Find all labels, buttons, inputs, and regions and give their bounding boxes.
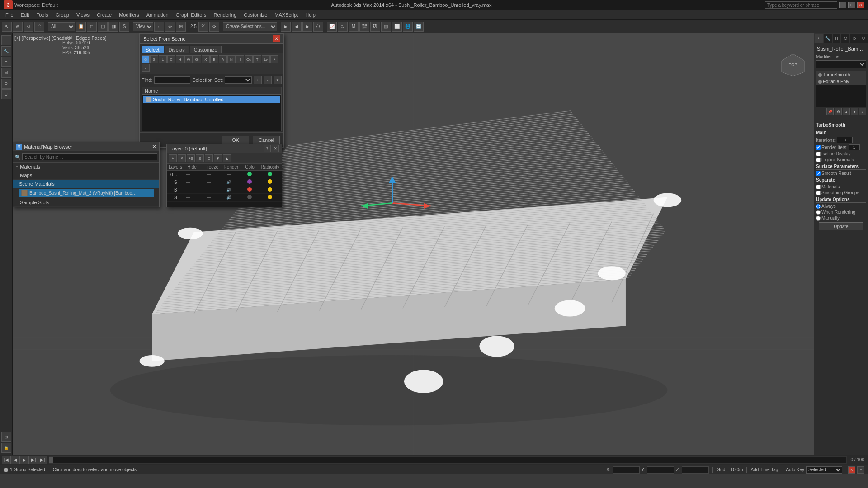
sfs-object-list[interactable]: Sushi_Roller_Bamboo_Unrolled (142, 95, 281, 131)
timeline-start-btn[interactable]: |◀ (2, 456, 11, 464)
sfs-none-btn[interactable]: N (227, 55, 236, 63)
modifier-editable-poly[interactable]: Editable Poly (816, 78, 866, 85)
next-frame-btn[interactable]: ▶ (302, 22, 312, 32)
key-filters-btn[interactable]: F (857, 466, 864, 474)
select-tool-btn[interactable]: ↖ (2, 22, 12, 32)
update-btn[interactable]: Update (819, 222, 864, 230)
sfs-cameras-btn[interactable]: C (167, 55, 175, 63)
hierarchy-panel-btn[interactable]: H (1, 57, 11, 67)
selection-lock-btn[interactable]: 🔒 (1, 443, 11, 453)
lp-layer-hide-1[interactable]: — (178, 180, 198, 184)
view-dropdown[interactable]: View (133, 22, 153, 31)
menu-animation[interactable]: Animation (143, 11, 172, 19)
select-region-btn[interactable]: □ (87, 22, 97, 32)
menu-customize[interactable]: Customize (240, 11, 271, 19)
mb-maps-header[interactable]: + Maps (13, 171, 159, 179)
lp-layer-list[interactable]: 0 (default) — — — Sushi_Rolle...oo_Ur — … (167, 171, 282, 207)
timeline-prev-btn[interactable]: ◀ (11, 456, 20, 464)
menu-create[interactable]: Create (93, 11, 115, 19)
snap-percent-btn[interactable]: % (198, 22, 208, 32)
modifier-navigate-down-btn[interactable]: ▼ (851, 108, 858, 115)
render-iters-input[interactable] (849, 144, 860, 150)
key-filter-dropdown[interactable]: Selected (806, 466, 842, 474)
lp-delete-layer-btn[interactable]: ✕ (178, 154, 186, 162)
render-iters-checkbox[interactable] (816, 145, 821, 150)
lp-layer-radio-0[interactable] (259, 172, 280, 177)
lp-layer-color-3[interactable] (239, 195, 259, 200)
prev-frame-btn[interactable]: ◀ (292, 22, 302, 32)
env-btn[interactable]: 🌐 (403, 22, 413, 32)
lp-expand-all-btn[interactable]: ▼ (214, 154, 222, 162)
sfs-close-btn[interactable]: ✕ (273, 35, 280, 42)
render-btn[interactable]: 🖼 (370, 22, 380, 32)
minimize-btn[interactable]: ─ (839, 2, 846, 8)
materials-checkbox[interactable] (816, 185, 821, 189)
align-btn[interactable]: ⊞ (176, 22, 186, 32)
modifier-configure-btn[interactable]: ⚙ (835, 108, 842, 115)
timeline-play-btn[interactable]: ▶ (20, 456, 29, 464)
menu-rendering[interactable]: Rendering (210, 11, 241, 19)
snap-toggle-btn[interactable]: S (119, 22, 129, 32)
x-input[interactable] (613, 466, 640, 474)
smooth-result-checkbox[interactable] (816, 171, 821, 176)
lp-layer-radio-2[interactable] (259, 187, 280, 192)
sfs-bones-btn[interactable]: B (210, 55, 218, 63)
create-selection-dropdown[interactable]: Create Selections... (223, 22, 277, 31)
sfs-shapes-btn[interactable]: S (150, 55, 158, 63)
selection-lock-icon[interactable] (4, 468, 8, 472)
snap-spinner-btn[interactable]: ⟳ (209, 22, 219, 32)
when-rendering-radio[interactable] (816, 210, 821, 215)
rpanel-tab-hierarchy[interactable]: H (832, 33, 841, 43)
set-key-btn[interactable]: K (848, 466, 855, 474)
menu-edit[interactable]: Edit (17, 11, 33, 19)
sfs-find-input[interactable] (154, 76, 190, 84)
modifier-dropdown[interactable] (816, 60, 866, 68)
sfs-spacewarps-btn[interactable]: W (184, 55, 193, 63)
rpanel-tab-motion[interactable]: M (841, 33, 850, 43)
add-time-tag-label[interactable]: Add Time Tag (750, 467, 778, 472)
lp-layer-row-2[interactable]: Bamboo_Sus... — — 🔊 (167, 186, 282, 194)
iterations-input[interactable] (837, 137, 853, 143)
modify-panel-btn[interactable]: 🔧 (1, 46, 11, 56)
lp-layer-color-2[interactable] (239, 187, 259, 192)
mb-scene-materials-header[interactable]: - Scene Materials (13, 180, 159, 188)
lp-layer-render-2[interactable]: 🔊 (219, 188, 239, 192)
mb-material-item[interactable]: Bamboo_Sushi_Rolling_Mat_2 (VRayMtl) [Ba… (19, 189, 154, 197)
smoothing-groups-checkbox[interactable] (816, 191, 821, 195)
lp-layer-hide-3[interactable]: — (178, 195, 198, 200)
sfs-cancel-btn[interactable]: Cancel (253, 136, 280, 145)
lp-new-layer-btn[interactable]: + (169, 154, 177, 162)
lp-layer-freeze-0[interactable]: — (198, 172, 219, 177)
lp-layer-row-1[interactable]: Sushi_Rolle...oo_Ur — — 🔊 (167, 178, 282, 186)
sfs-collapse-btn[interactable]: - (142, 64, 150, 72)
play-btn[interactable]: ▶ (281, 22, 291, 32)
scale-tool-btn[interactable]: ⬡ (34, 22, 44, 32)
rpanel-tab-create[interactable]: + (814, 33, 823, 43)
crossing-btn[interactable]: ◨ (108, 22, 118, 32)
menu-maxscript[interactable]: MAXScript (271, 11, 302, 19)
mb-sample-slots-header[interactable]: + Sample Slots (13, 198, 159, 206)
sfs-all-btn[interactable]: A (219, 55, 227, 63)
move-tool-btn[interactable]: ⊕ (13, 22, 23, 32)
lp-layer-render-0[interactable]: — (219, 172, 239, 177)
maximize-btn[interactable]: □ (848, 2, 855, 8)
render-iter-btn[interactable]: 🔄 (414, 22, 424, 32)
explicit-normals-checkbox[interactable] (816, 158, 821, 162)
schematic-view-btn[interactable]: 🗂 (338, 22, 348, 32)
viewport-cube[interactable]: TOP (779, 52, 807, 79)
lp-layer-color-1[interactable] (239, 179, 259, 185)
modifier-show-all-btn[interactable]: ≡ (859, 108, 866, 115)
lp-layer-radio-1[interactable] (259, 179, 280, 185)
sfs-sel-set-add-btn[interactable]: + (254, 76, 262, 84)
lp-collapse-all-btn[interactable]: ▲ (223, 154, 231, 162)
motion-panel-btn[interactable]: M (1, 68, 11, 78)
select-by-name-btn[interactable]: 📋 (76, 22, 86, 32)
menu-tools[interactable]: Tools (33, 11, 52, 19)
sfs-tab-select[interactable]: Select (142, 46, 164, 53)
lp-layer-freeze-2[interactable]: — (198, 188, 219, 192)
create-panel-btn[interactable]: + (1, 35, 11, 45)
z-input[interactable] (682, 466, 709, 474)
keyword-search[interactable] (765, 1, 837, 9)
lp-layer-freeze-1[interactable]: — (198, 180, 219, 184)
menu-group[interactable]: Group (52, 11, 73, 19)
